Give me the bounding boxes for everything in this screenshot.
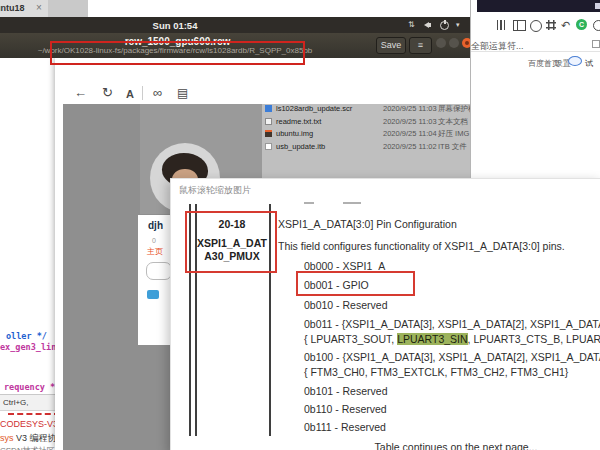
pin-config-title: XSPI1_A_DATA[3:0] Pin Configuration — [278, 218, 457, 230]
lpuart-post: , LPUART3_CTS_B, LPUART3 — [468, 333, 600, 345]
back-icon[interactable]: ← — [74, 87, 87, 99]
screenshot-icon[interactable] — [546, 20, 556, 30]
annotation-box-field — [185, 211, 277, 273]
library-icon[interactable] — [497, 20, 506, 30]
file-name: ubuntu.img — [276, 129, 313, 138]
browser-tab-bar — [477, 0, 600, 12]
image-zoom-dialog[interactable]: 鼠标滚轮缩放图片 20-18 XSPI1_A_DAT A30_PMUX XSPI… — [170, 178, 600, 450]
dialog-header-hint: 鼠标滚轮缩放图片 — [179, 184, 251, 197]
file-icon — [265, 143, 272, 150]
file-name: readme.txt.txt — [276, 117, 321, 126]
file-row[interactable]: usb_update.itb 2020/9/25 11:02 ITB 文件 — [265, 141, 473, 153]
font-size-icon[interactable]: A — [126, 88, 134, 100]
close-icon — [465, 41, 469, 45]
file-row[interactable]: readme.txt.txt 2020/9/25 11:03 文本文档 — [265, 116, 473, 128]
file-name: ls1028ardb_update.scr — [276, 104, 352, 113]
profile-count: 0 — [152, 237, 156, 244]
lpuart-pre: { LPUART3_SOUT, — [304, 333, 397, 345]
remote-tab-strip: ubuntu18 × — [0, 0, 88, 17]
pin-config-desc: This field configures functionality of X… — [278, 240, 565, 252]
power-icon[interactable] — [440, 21, 449, 30]
file-type: 文本文档 — [438, 117, 468, 127]
red-underline — [8, 413, 60, 415]
bookmark-folder-icon[interactable] — [592, 40, 600, 48]
option-0b111: 0b111 - Reserved — [304, 421, 386, 433]
account-icon[interactable] — [530, 20, 542, 32]
undo-icon[interactable]: ↶ — [561, 19, 570, 31]
tab-close-icon[interactable]: × — [36, 2, 42, 13]
option-0b101: 0b101 - Reserved — [304, 385, 387, 397]
colorzilla-icon[interactable]: C — [576, 19, 587, 30]
option-0b010: 0b010 - Reserved — [304, 299, 387, 311]
annotation-box-path — [50, 41, 305, 65]
code-line: oller */ — [6, 331, 47, 341]
file-row[interactable]: ubuntu.img 2020/9/25 11:04 好压 IMG 压缩文件 — [265, 128, 473, 140]
image-remnant — [304, 202, 314, 204]
menu-button[interactable]: ≡ — [409, 37, 432, 54]
search-result-source: CSDN技术社区 — [0, 445, 55, 450]
sidebar-icon[interactable] — [513, 20, 526, 31]
file-name: usb_update.itb — [276, 142, 325, 151]
file-row[interactable]: ls1028ardb_update.scr 2020/9/25 11:03 屏幕… — [265, 103, 473, 115]
new-tab-icon[interactable] — [595, 3, 600, 9]
profile-home-link[interactable]: 主页 — [147, 246, 163, 257]
file-icon — [265, 118, 272, 125]
file-icon — [265, 130, 272, 137]
lpuart-sin-highlight: LPUART3_SIN — [397, 333, 467, 345]
find-bar[interactable]: Ctrl+G, — [0, 394, 62, 411]
option-0b011-line2: { LPUART3_SOUT, LPUART3_SIN, LPUART3_CTS… — [304, 333, 600, 345]
refresh-icon[interactable]: ↻ — [102, 87, 113, 99]
annotation-box-gpio — [296, 271, 415, 296]
page-badge — [568, 56, 582, 66]
option-0b110: 0b110 - Reserved — [304, 403, 387, 415]
front-browser-window: ↶ C 全部运算符... 百度首页 设置 试 — [470, 0, 600, 178]
search-term-highlight: sys — [0, 433, 14, 443]
gnome-top-bar: Sun 01:54 ⇅ ▾ — [0, 17, 470, 33]
reader-card-icon[interactable]: ▤ — [177, 87, 188, 99]
toolbar-divider — [471, 51, 600, 52]
toolbar-divider — [142, 86, 143, 100]
table-footer-note: Table continues on the next page... — [306, 441, 600, 450]
network-icon[interactable]: ⇅ — [408, 20, 415, 29]
chevron-down-icon[interactable]: ▾ — [456, 21, 460, 29]
file-date: 2020/9/25 11:03 — [383, 117, 437, 126]
option-0b100-line2: { FTM3_CH0, FTM3_EXTCLK, FTM3_CH2, FTM3_… — [304, 366, 568, 378]
message-icon[interactable] — [147, 290, 159, 299]
zoom-icon[interactable] — [593, 20, 600, 31]
profile-username[interactable]: djh — [148, 220, 163, 231]
code-line: requency */ — [4, 382, 60, 392]
file-date: 2020/9/25 11:02 — [383, 142, 437, 151]
window-button[interactable] — [449, 38, 459, 48]
speaker-cone — [424, 22, 429, 28]
window-button[interactable] — [436, 38, 446, 48]
option-0b100-line1: 0b100 - {XSPI1_A_DATA[3], XSPI1_A_DATA[2… — [304, 351, 600, 363]
screen: oller */ ex_gen3_link_ requency */ Ctrl+… — [0, 0, 600, 450]
page-tail-text: 试 — [585, 58, 593, 69]
file-type: ITB 文件 — [438, 142, 467, 152]
option-0b011-line1: 0b011 - {XSPI1_A_DATA[3], XSPI1_A_DATA[2… — [304, 318, 600, 330]
image-remnant — [343, 202, 361, 204]
link-icon[interactable]: ∞ — [153, 87, 162, 99]
profile-follow-button[interactable] — [146, 262, 172, 280]
clock[interactable]: Sun 01:54 — [145, 20, 205, 31]
shortcut-label: Ctrl+G, — [3, 398, 29, 407]
file-date: 2020/9/25 11:04 — [383, 129, 437, 138]
file-date: 2020/9/25 11:03 — [383, 104, 437, 113]
save-button[interactable]: Save — [376, 37, 406, 54]
left-background-window: oller */ ex_gen3_link_ requency */ Ctrl+… — [0, 58, 62, 450]
file-icon — [265, 105, 272, 112]
